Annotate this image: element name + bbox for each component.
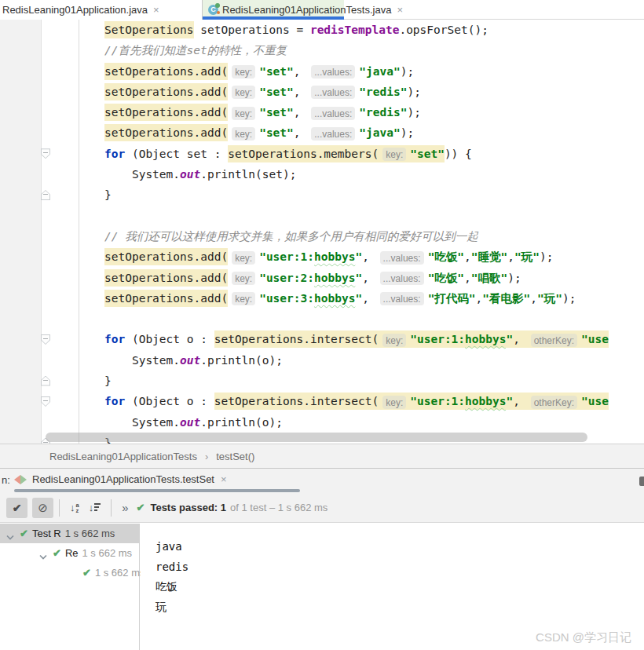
test-passed-icon: ✔ — [20, 528, 28, 539]
fold-end-icon[interactable] — [41, 190, 50, 200]
parameter-hint: ...values: — [311, 107, 355, 120]
code-line: SetOperations setOperations = redisTempl… — [104, 20, 644, 40]
fold-start-icon[interactable] — [41, 148, 50, 159]
junit-run-icon — [14, 475, 27, 484]
code-line — [104, 206, 644, 226]
chevron-right-icon: › — [205, 451, 208, 462]
parameter-hint: key: — [232, 127, 255, 141]
code-line: //首先我们知道set的特性，不重复 — [104, 40, 644, 60]
tests-passed-icon: ✔ — [137, 502, 145, 513]
test-tree-row[interactable]: ✔Test R1 s 662 ms — [0, 524, 139, 543]
fold-start-icon[interactable] — [41, 334, 50, 345]
code-line: System.out.println(o); — [104, 412, 644, 433]
parameter-hint: key: — [232, 86, 255, 99]
run-panel-label: n: — [2, 474, 10, 486]
toolbar-separator — [59, 499, 60, 517]
active-tab-underline — [203, 16, 344, 20]
chevron-down-icon[interactable] — [39, 550, 47, 556]
toolbar-separator — [111, 499, 112, 517]
parameter-hint: key: — [232, 251, 255, 265]
parameter-hint: key: — [232, 65, 255, 79]
horizontal-scrollbar[interactable] — [46, 433, 587, 442]
sort-by-duration-button[interactable]: ↓ — [89, 502, 101, 513]
parameter-hint: key: — [382, 334, 406, 347]
code-line: System.out.println(set); — [104, 164, 644, 184]
console-output-line: 吃饭 — [156, 577, 644, 597]
parameter-hint: otherKey: — [531, 334, 577, 347]
console-output-line: java — [156, 537, 644, 557]
run-tab-title: RedisLeaning01ApplicationTests.testSet — [32, 473, 214, 485]
show-passed-button[interactable]: ✔ — [6, 498, 27, 518]
sort-alphabetically-button[interactable]: ↓ az — [70, 502, 79, 513]
tab-label: RedisLeaning01Application.java — [2, 4, 148, 16]
ban-icon: ⊘ — [38, 501, 48, 515]
code-line: System.out.println(o); — [104, 350, 644, 371]
parameter-hint: key: — [382, 396, 406, 409]
test-tree[interactable]: ✔Test R1 s 662 ms✔Re1 s 662 ms✔1 s 662 m… — [0, 524, 140, 650]
test-passed-icon: ✔ — [53, 547, 61, 559]
parameter-hint: ...values: — [311, 65, 355, 79]
test-tree-row[interactable]: ✔Re1 s 662 ms — [0, 543, 139, 563]
parameter-hint: ...values: — [380, 272, 424, 285]
breadcrumb: RedisLeaning01ApplicationTests › testSet… — [0, 444, 644, 469]
console-output-line: redis — [156, 557, 644, 578]
ide-window: RedisLeaning01Application.java × C Redis… — [0, 0, 644, 650]
code-editor[interactable]: SetOperations setOperations = redisTempl… — [0, 20, 644, 444]
breadcrumb-method[interactable]: testSet() — [216, 451, 254, 462]
watermark: CSDN @学习日记 — [536, 630, 631, 645]
tab-redis-application-tests[interactable]: C RedisLeaning01ApplicationTests.java × — [203, 0, 344, 20]
code-line: } — [104, 184, 644, 205]
editor-tab-bar: RedisLeaning01Application.java × C Redis… — [0, 0, 644, 20]
test-duration: 1 s 662 ms — [95, 567, 145, 579]
java-class-icon: C — [208, 5, 218, 15]
close-icon[interactable]: × — [221, 473, 227, 485]
parameter-hint: ...values: — [380, 251, 424, 265]
code-line: for (Object o : setOperations.intersect(… — [104, 329, 644, 349]
code-line: setOperations.add(key:"set", ...values:"… — [104, 82, 644, 102]
code-line: setOperations.add(key:"user:2:hobbys", .… — [104, 268, 644, 288]
fold-end-icon[interactable] — [41, 376, 50, 386]
run-tab-underline — [14, 489, 300, 492]
tab-label: RedisLeaning01ApplicationTests.java — [222, 4, 391, 16]
parameter-hint: key: — [232, 107, 255, 120]
fold-start-icon[interactable] — [41, 396, 50, 407]
run-panel-body: ✔Test R1 s 662 ms✔Re1 s 662 ms✔1 s 662 m… — [0, 524, 644, 650]
run-indicator-dot — [215, 3, 220, 8]
parameter-hint: ...values: — [380, 292, 424, 305]
gutter-separator — [79, 20, 79, 444]
partial-toolbar-icon[interactable] — [639, 477, 644, 486]
test-tree-row[interactable]: ✔1 s 662 ms — [0, 563, 139, 582]
code-line: setOperations.add(key:"user:1:hobbys", .… — [104, 246, 644, 267]
tests-passed-status: Tests passed: 1 — [150, 502, 226, 513]
run-panel-header: n: RedisLeaning01ApplicationTests.testSe… — [0, 469, 644, 493]
code-line: setOperations.add(key:"user:3:hobbys", .… — [104, 288, 644, 309]
test-toolbar: ✔ ⊘ ↓ az ↓ » ✔ Tests passed: 1 of 1 test… — [0, 493, 644, 523]
tab-redis-application[interactable]: RedisLeaning01Application.java × — [0, 0, 203, 20]
code-line — [104, 309, 644, 329]
parameter-hint: key: — [232, 272, 255, 285]
close-icon[interactable]: × — [153, 4, 159, 16]
breadcrumb-class[interactable]: RedisLeaning01ApplicationTests — [49, 451, 197, 462]
test-duration: 1 s 662 ms — [82, 547, 133, 559]
parameter-hint: otherKey: — [531, 396, 577, 409]
more-actions-icon[interactable]: » — [122, 501, 128, 514]
parameter-hint: key: — [382, 148, 406, 161]
chevron-down-icon[interactable] — [6, 531, 14, 536]
console-output-line: 玩 — [156, 597, 644, 618]
test-node-label: Test R — [32, 528, 61, 539]
code-line: setOperations.add(key:"set", ...values:"… — [104, 61, 644, 82]
parameter-hint: ...values: — [311, 86, 355, 99]
code-area: SetOperations setOperations = redisTempl… — [104, 20, 644, 444]
code-line: setOperations.add(key:"set", ...values:"… — [104, 122, 644, 143]
show-ignored-button[interactable]: ⊘ — [32, 498, 53, 518]
code-line: } — [104, 371, 644, 391]
tests-passed-detail: of 1 test – 1 s 662 ms — [230, 502, 327, 513]
parameter-hint: key: — [232, 292, 255, 305]
code-line: for (Object o : setOperations.intersect(… — [104, 391, 644, 411]
code-line: // 我们还可以这样使用求交并集，如果多个用户有相同的爱好可以到一起 — [104, 226, 644, 246]
code-line: for (Object set : setOperations.members(… — [104, 144, 644, 164]
run-config-tab[interactable]: RedisLeaning01ApplicationTests.testSet × — [14, 469, 227, 490]
close-icon[interactable]: × — [397, 4, 403, 16]
test-duration: 1 s 662 ms — [65, 528, 115, 539]
modified-indicator-dot — [217, 11, 220, 14]
